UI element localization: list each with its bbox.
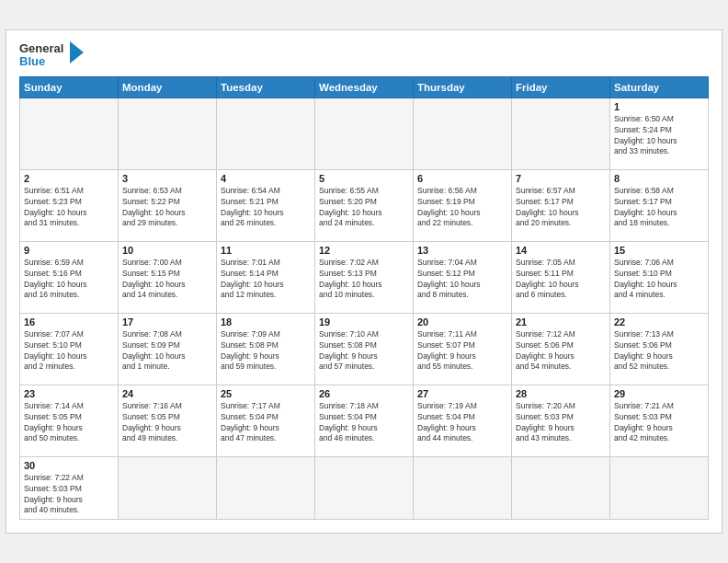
day-info: Sunrise: 6:53 AMSunset: 5:22 PMDaylight:… — [122, 186, 212, 230]
day-info: Sunrise: 7:09 AMSunset: 5:08 PMDaylight:… — [221, 329, 311, 373]
day-info: Sunrise: 7:08 AMSunset: 5:09 PMDaylight:… — [122, 329, 212, 373]
day-number: 17 — [122, 316, 212, 327]
day-number: 23 — [24, 388, 114, 399]
week-row-2: 2Sunrise: 6:51 AMSunset: 5:23 PMDaylight… — [20, 169, 709, 241]
calendar-cell: 4Sunrise: 6:54 AMSunset: 5:21 PMDaylight… — [217, 169, 315, 241]
calendar-cell: 13Sunrise: 7:04 AMSunset: 5:12 PMDayligh… — [414, 241, 512, 313]
day-number: 16 — [24, 316, 114, 327]
day-info: Sunrise: 7:11 AMSunset: 5:07 PMDaylight:… — [417, 329, 507, 373]
calendar-cell: 21Sunrise: 7:12 AMSunset: 5:06 PMDayligh… — [512, 313, 610, 385]
calendar-cell — [217, 456, 315, 520]
calendar-cell — [315, 456, 414, 520]
calendar-cell: 17Sunrise: 7:08 AMSunset: 5:09 PMDayligh… — [119, 313, 217, 385]
day-number: 6 — [417, 173, 507, 184]
day-info: Sunrise: 7:17 AMSunset: 5:04 PMDaylight:… — [221, 401, 311, 445]
calendar-cell: 10Sunrise: 7:00 AMSunset: 5:15 PMDayligh… — [119, 241, 217, 313]
calendar-cell — [414, 456, 512, 520]
calendar-cell: 29Sunrise: 7:21 AMSunset: 5:03 PMDayligh… — [610, 385, 709, 456]
day-info: Sunrise: 7:21 AMSunset: 5:03 PMDaylight:… — [614, 401, 704, 445]
day-info: Sunrise: 6:57 AMSunset: 5:17 PMDaylight:… — [516, 186, 606, 230]
day-info: Sunrise: 7:02 AMSunset: 5:13 PMDaylight:… — [319, 258, 409, 302]
calendar-cell — [217, 98, 315, 169]
day-number: 8 — [614, 173, 704, 184]
calendar-header: GeneralBlue — [19, 40, 709, 71]
calendar-cell — [20, 98, 119, 169]
calendar-cell — [414, 98, 512, 169]
day-info: Sunrise: 7:06 AMSunset: 5:10 PMDaylight:… — [614, 258, 704, 302]
week-row-3: 9Sunrise: 6:59 AMSunset: 5:16 PMDaylight… — [20, 241, 709, 313]
day-info: Sunrise: 7:19 AMSunset: 5:04 PMDaylight:… — [417, 401, 507, 445]
calendar-cell: 3Sunrise: 6:53 AMSunset: 5:22 PMDaylight… — [119, 169, 217, 241]
week-row-5: 23Sunrise: 7:14 AMSunset: 5:05 PMDayligh… — [20, 385, 709, 456]
day-number: 5 — [319, 173, 409, 184]
calendar-cell: 7Sunrise: 6:57 AMSunset: 5:17 PMDaylight… — [512, 169, 610, 241]
calendar-cell: 25Sunrise: 7:17 AMSunset: 5:04 PMDayligh… — [217, 385, 315, 456]
weekday-header-wednesday: Wednesday — [315, 76, 414, 98]
calendar-cell: 1Sunrise: 6:50 AMSunset: 5:24 PMDaylight… — [610, 98, 709, 169]
week-row-1: 1Sunrise: 6:50 AMSunset: 5:24 PMDaylight… — [20, 98, 709, 169]
svg-marker-2 — [70, 41, 84, 63]
day-number: 10 — [122, 245, 212, 256]
weekday-header-thursday: Thursday — [414, 76, 512, 98]
day-info: Sunrise: 6:58 AMSunset: 5:17 PMDaylight:… — [614, 186, 704, 230]
day-number: 22 — [614, 316, 704, 327]
day-number: 15 — [614, 245, 704, 256]
day-info: Sunrise: 7:05 AMSunset: 5:11 PMDaylight:… — [516, 258, 606, 302]
calendar-cell: 27Sunrise: 7:19 AMSunset: 5:04 PMDayligh… — [414, 385, 512, 456]
calendar-cell: 19Sunrise: 7:10 AMSunset: 5:08 PMDayligh… — [315, 313, 414, 385]
day-number: 27 — [417, 388, 507, 399]
day-info: Sunrise: 6:56 AMSunset: 5:19 PMDaylight:… — [417, 186, 507, 230]
calendar-cell: 24Sunrise: 7:16 AMSunset: 5:05 PMDayligh… — [119, 385, 217, 456]
calendar-cell: 16Sunrise: 7:07 AMSunset: 5:10 PMDayligh… — [20, 313, 119, 385]
calendar-cell: 18Sunrise: 7:09 AMSunset: 5:08 PMDayligh… — [217, 313, 315, 385]
day-info: Sunrise: 6:59 AMSunset: 5:16 PMDaylight:… — [24, 258, 114, 302]
week-row-6: 30Sunrise: 7:22 AMSunset: 5:03 PMDayligh… — [20, 456, 709, 520]
day-number: 2 — [24, 173, 114, 184]
weekday-header-tuesday: Tuesday — [217, 76, 315, 98]
day-number: 30 — [24, 460, 114, 471]
day-info: Sunrise: 7:20 AMSunset: 5:03 PMDaylight:… — [516, 401, 606, 445]
svg-text:General: General — [19, 41, 63, 55]
day-info: Sunrise: 7:00 AMSunset: 5:15 PMDaylight:… — [122, 258, 212, 302]
day-number: 7 — [516, 173, 606, 184]
calendar-cell: 6Sunrise: 6:56 AMSunset: 5:19 PMDaylight… — [414, 169, 512, 241]
calendar-cell — [512, 456, 610, 520]
day-info: Sunrise: 7:13 AMSunset: 5:06 PMDaylight:… — [614, 329, 704, 373]
day-number: 4 — [221, 173, 311, 184]
calendar-cell: 15Sunrise: 7:06 AMSunset: 5:10 PMDayligh… — [610, 241, 709, 313]
day-info: Sunrise: 6:51 AMSunset: 5:23 PMDaylight:… — [24, 186, 114, 230]
calendar-cell — [610, 456, 709, 520]
calendar-cell — [512, 98, 610, 169]
day-info: Sunrise: 7:14 AMSunset: 5:05 PMDaylight:… — [24, 401, 114, 445]
day-number: 9 — [24, 245, 114, 256]
day-number: 13 — [417, 245, 507, 256]
day-info: Sunrise: 7:18 AMSunset: 5:04 PMDaylight:… — [319, 401, 409, 445]
day-number: 25 — [221, 388, 311, 399]
calendar-cell — [315, 98, 414, 169]
weekday-header-row: SundayMondayTuesdayWednesdayThursdayFrid… — [20, 76, 709, 98]
day-info: Sunrise: 7:01 AMSunset: 5:14 PMDaylight:… — [221, 258, 311, 302]
calendar-cell — [119, 98, 217, 169]
calendar-cell: 8Sunrise: 6:58 AMSunset: 5:17 PMDaylight… — [610, 169, 709, 241]
logo: GeneralBlue — [19, 40, 93, 71]
day-number: 1 — [614, 101, 704, 112]
day-info: Sunrise: 6:50 AMSunset: 5:24 PMDaylight:… — [614, 114, 704, 158]
weekday-header-saturday: Saturday — [610, 76, 709, 98]
day-info: Sunrise: 7:04 AMSunset: 5:12 PMDaylight:… — [417, 258, 507, 302]
calendar-cell: 11Sunrise: 7:01 AMSunset: 5:14 PMDayligh… — [217, 241, 315, 313]
day-number: 24 — [122, 388, 212, 399]
day-info: Sunrise: 7:16 AMSunset: 5:05 PMDaylight:… — [122, 401, 212, 445]
weekday-header-sunday: Sunday — [20, 76, 119, 98]
weekday-header-friday: Friday — [512, 76, 610, 98]
week-row-4: 16Sunrise: 7:07 AMSunset: 5:10 PMDayligh… — [20, 313, 709, 385]
calendar-cell: 9Sunrise: 6:59 AMSunset: 5:16 PMDaylight… — [20, 241, 119, 313]
day-info: Sunrise: 7:22 AMSunset: 5:03 PMDaylight:… — [24, 473, 114, 517]
calendar-wrapper: GeneralBlue SundayMondayTuesdayWednesday… — [6, 29, 722, 534]
logo-icon: GeneralBlue — [19, 40, 93, 71]
calendar-cell: 20Sunrise: 7:11 AMSunset: 5:07 PMDayligh… — [414, 313, 512, 385]
calendar-cell: 28Sunrise: 7:20 AMSunset: 5:03 PMDayligh… — [512, 385, 610, 456]
day-number: 18 — [221, 316, 311, 327]
day-info: Sunrise: 6:54 AMSunset: 5:21 PMDaylight:… — [221, 186, 311, 230]
calendar-cell: 30Sunrise: 7:22 AMSunset: 5:03 PMDayligh… — [20, 456, 119, 520]
calendar-table: SundayMondayTuesdayWednesdayThursdayFrid… — [19, 76, 709, 521]
